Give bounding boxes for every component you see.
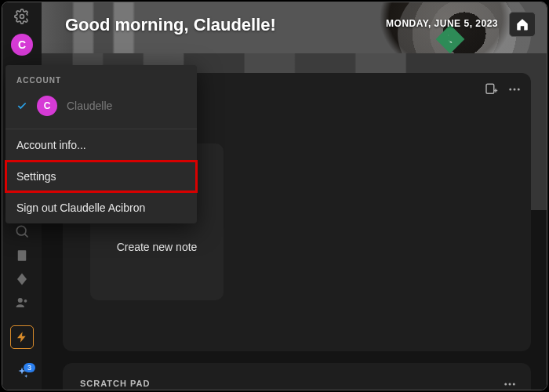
svg-point-3 [18,298,23,303]
svg-point-0 [20,15,24,19]
customize-button[interactable] [509,12,536,37]
tag-icon[interactable] [15,272,29,286]
shared-icon[interactable] [14,296,30,310]
notebook-icon[interactable] [15,249,29,263]
date-text: MONDAY, JUNE 5, 2023 [386,18,498,29]
svg-point-10 [509,383,511,386]
note-add-icon[interactable] [484,82,498,96]
svg-rect-5 [486,84,494,93]
header: Good morning, Claudelle! MONDAY, JUNE 5,… [42,2,547,53]
sparkle-icon[interactable]: 3 [15,366,29,380]
svg-point-4 [24,299,27,303]
menu-account-info[interactable]: Account info... [5,129,197,161]
notification-badge: 3 [24,363,35,372]
greeting-text: Good morning, Claudelle! [65,15,276,35]
svg-point-9 [504,383,507,386]
svg-point-11 [513,383,515,386]
settings-gear-icon[interactable] [14,9,30,24]
check-icon [16,100,27,111]
scratch-pad-card[interactable]: SCRATCH PAD [63,363,531,390]
svg-rect-2 [18,250,27,261]
account-name: Claudelle [67,100,112,112]
account-dropdown: ACCOUNT C Claudelle Account info... Sett… [5,65,197,223]
account-avatar[interactable]: C [11,34,33,56]
dropdown-section-label: ACCOUNT [5,65,197,93]
svg-point-1 [16,226,26,235]
more-icon[interactable] [503,377,517,390]
svg-point-6 [509,89,511,91]
scratch-pad-title: SCRATCH PAD [80,379,514,388]
account-row[interactable]: C Claudelle [5,93,197,129]
menu-sign-out[interactable]: Sign out Claudelle Acibron [5,192,197,223]
svg-point-7 [514,89,516,91]
create-new-note-label: Create new note [117,241,198,253]
search-icon[interactable] [14,223,30,239]
menu-settings[interactable]: Settings [5,161,197,192]
account-avatar-small: C [37,96,57,116]
more-icon[interactable] [507,82,522,96]
svg-point-8 [518,89,520,91]
upgrade-button[interactable] [10,325,34,349]
